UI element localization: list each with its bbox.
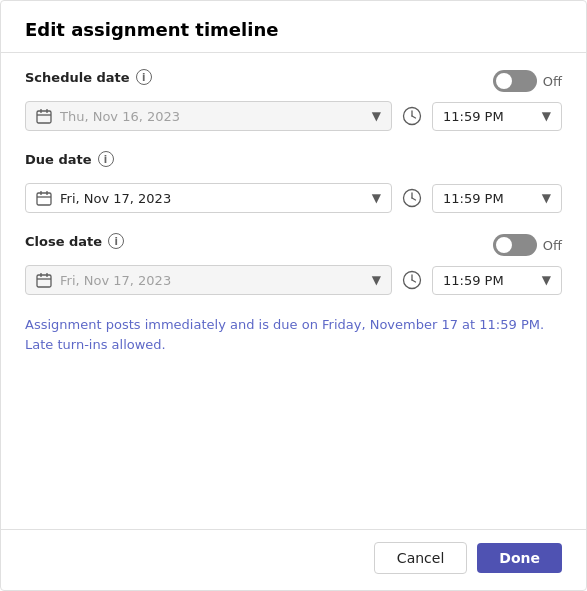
schedule-time-picker[interactable]: 11:59 PM ▼ [432, 102, 562, 131]
cancel-button[interactable]: Cancel [374, 542, 467, 574]
schedule-date-label: Schedule date [25, 70, 130, 85]
close-calendar-icon [36, 272, 52, 288]
close-date-value: Fri, Nov 17, 2023 [60, 273, 364, 288]
schedule-time-chevron-icon: ▼ [542, 109, 551, 123]
due-time-picker[interactable]: 11:59 PM ▼ [432, 184, 562, 213]
close-date-header: Close date i Off [25, 233, 562, 257]
due-date-info-icon[interactable]: i [98, 151, 114, 167]
svg-rect-7 [37, 193, 51, 205]
close-date-label-row: Close date i [25, 233, 124, 249]
close-date-toggle[interactable] [493, 234, 537, 256]
close-date-picker[interactable]: Fri, Nov 17, 2023 ▼ [25, 265, 392, 295]
close-date-section: Close date i Off [25, 233, 562, 295]
svg-line-6 [412, 116, 416, 118]
assignment-info-text: Assignment posts immediately and is due … [25, 315, 562, 354]
schedule-date-time-row: Thu, Nov 16, 2023 ▼ 11:59 PM ▼ [25, 101, 562, 131]
schedule-time-value: 11:59 PM [443, 109, 534, 124]
close-time-clock-icon [402, 270, 422, 290]
schedule-date-label-row: Schedule date i [25, 69, 152, 85]
due-date-label-row: Due date i [25, 151, 114, 167]
svg-line-13 [412, 198, 416, 200]
schedule-time-clock-icon [402, 106, 422, 126]
due-date-label: Due date [25, 152, 92, 167]
schedule-date-section: Schedule date i Off [25, 69, 562, 131]
close-time-value: 11:59 PM [443, 273, 534, 288]
due-time-clock-icon [402, 188, 422, 208]
schedule-date-picker[interactable]: Thu, Nov 16, 2023 ▼ [25, 101, 392, 131]
svg-rect-14 [37, 275, 51, 287]
close-time-chevron-icon: ▼ [542, 273, 551, 287]
close-date-toggle-knob [496, 237, 512, 253]
due-date-section: Due date i Fri, Nov 17, 2023 ▼ [25, 151, 562, 213]
close-date-toggle-wrapper: Off [493, 234, 562, 256]
due-date-chevron-icon: ▼ [372, 191, 381, 205]
schedule-date-info-icon[interactable]: i [136, 69, 152, 85]
close-date-label: Close date [25, 234, 102, 249]
close-time-picker[interactable]: 11:59 PM ▼ [432, 266, 562, 295]
edit-assignment-dialog: Edit assignment timeline Schedule date i… [0, 0, 587, 591]
close-date-info-icon[interactable]: i [108, 233, 124, 249]
schedule-date-value: Thu, Nov 16, 2023 [60, 109, 364, 124]
due-date-picker[interactable]: Fri, Nov 17, 2023 ▼ [25, 183, 392, 213]
schedule-date-header: Schedule date i Off [25, 69, 562, 93]
due-time-value: 11:59 PM [443, 191, 534, 206]
svg-line-20 [412, 280, 416, 282]
due-date-time-row: Fri, Nov 17, 2023 ▼ 11:59 PM ▼ [25, 183, 562, 213]
calendar-icon [36, 108, 52, 124]
schedule-date-toggle-label: Off [543, 74, 562, 89]
due-date-value: Fri, Nov 17, 2023 [60, 191, 364, 206]
schedule-date-chevron-icon: ▼ [372, 109, 381, 123]
dialog-body: Schedule date i Off [1, 53, 586, 529]
dialog-title: Edit assignment timeline [25, 19, 562, 40]
dialog-header: Edit assignment timeline [1, 1, 586, 53]
close-date-toggle-label: Off [543, 238, 562, 253]
due-time-chevron-icon: ▼ [542, 191, 551, 205]
close-date-chevron-icon: ▼ [372, 273, 381, 287]
done-button[interactable]: Done [477, 543, 562, 573]
schedule-date-toggle-knob [496, 73, 512, 89]
svg-rect-0 [37, 111, 51, 123]
close-date-time-row: Fri, Nov 17, 2023 ▼ 11:59 PM ▼ [25, 265, 562, 295]
schedule-date-toggle-wrapper: Off [493, 70, 562, 92]
schedule-date-toggle[interactable] [493, 70, 537, 92]
due-calendar-icon [36, 190, 52, 206]
due-date-header: Due date i [25, 151, 562, 175]
dialog-footer: Cancel Done [1, 529, 586, 590]
